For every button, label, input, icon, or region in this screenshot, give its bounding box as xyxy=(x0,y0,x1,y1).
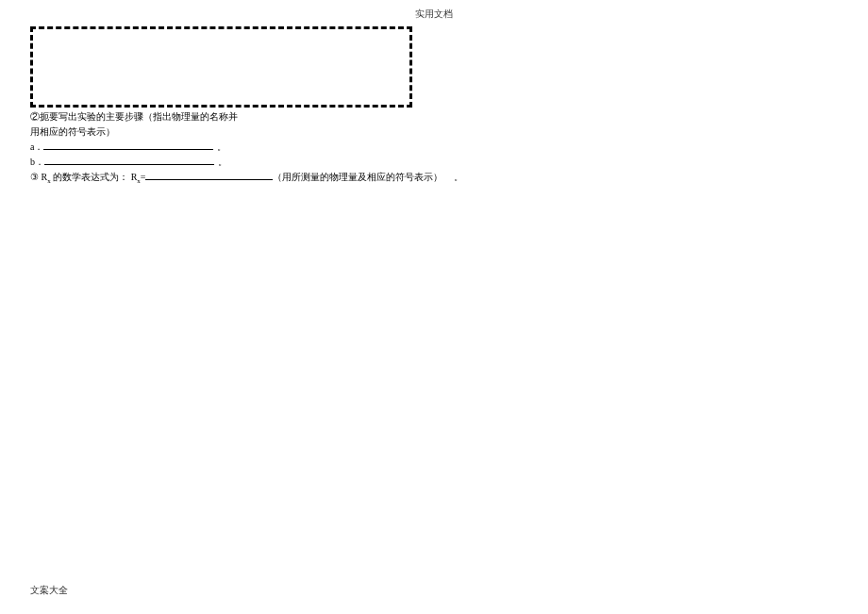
item-a-period: 。 xyxy=(217,141,226,152)
item-a-row: a．。 xyxy=(30,140,838,154)
question-2-line1: ②扼要写出实验的主要步骤（指出物理量的名称并 xyxy=(30,109,838,124)
q3-prefix: ③ R xyxy=(30,172,47,182)
q2-text-2: 用相应的符号表示） xyxy=(30,126,115,137)
answer-box xyxy=(30,26,412,108)
question-3-row: ③ Rx 的数学表达式为： Rx=（用所测量的物理量及相应的符号表示）。 xyxy=(30,170,838,187)
item-b-row: b．。 xyxy=(30,155,838,169)
q3-suffix: （用所测量的物理量及相应的符号表示） xyxy=(273,172,442,182)
q3-period: 。 xyxy=(454,172,463,182)
question-2-line2: 用相应的符号表示） xyxy=(30,124,838,139)
q3-mid1: 的数学表达式为： R xyxy=(51,172,138,182)
footer-text: 文案大全 xyxy=(30,585,68,595)
item-b-blank xyxy=(44,155,214,165)
page-footer: 文案大全 xyxy=(30,584,68,597)
page-header: 实用文档 xyxy=(0,0,868,21)
main-content: ②扼要写出实验的主要步骤（指出物理量的名称并 用相应的符号表示） a．。 b．。… xyxy=(0,21,868,187)
item-b-period: 。 xyxy=(218,157,227,167)
item-a-label: a． xyxy=(30,141,43,152)
item-b-label: b． xyxy=(30,157,44,167)
header-title: 实用文档 xyxy=(415,8,453,19)
q2-text-1: ②扼要写出实验的主要步骤（指出物理量的名称并 xyxy=(30,111,238,122)
item-a-blank xyxy=(43,140,213,150)
q3-blank xyxy=(145,170,273,180)
